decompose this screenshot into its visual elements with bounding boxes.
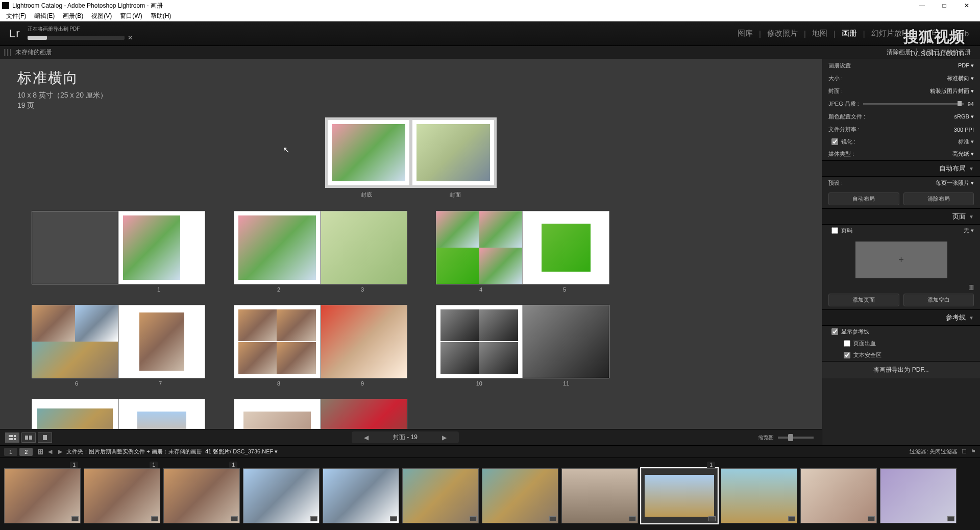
page-section[interactable]: 页面▼ [822, 208, 980, 225]
panel-grip-icon[interactable] [4, 49, 11, 56]
page-4[interactable] [436, 211, 522, 284]
preset-select[interactable]: 每页一张照片 ▾ [936, 179, 974, 187]
module-print[interactable]: 打印 [922, 29, 941, 38]
page-1[interactable] [119, 211, 205, 284]
progress-cancel-icon[interactable]: ✕ [128, 34, 133, 41]
front-cover[interactable] [412, 120, 494, 185]
multi-page-view-button[interactable] [5, 432, 19, 443]
menu-window[interactable]: 窗口(W) [116, 12, 146, 20]
media-type-select[interactable]: 亮光纸 ▾ [952, 150, 974, 158]
window-tab-2[interactable]: 2 [19, 448, 33, 456]
menu-help[interactable]: 帮助(H) [146, 12, 176, 20]
single-page-view-button[interactable] [38, 432, 52, 443]
spread-14-15[interactable] [234, 399, 407, 429]
add-blank-button[interactable]: 添加空白 [903, 294, 974, 306]
auto-layout-section[interactable]: 自动布局▼ [822, 160, 980, 177]
module-library[interactable]: 图库 [736, 29, 755, 38]
prev-page-button[interactable]: ◀ [360, 434, 373, 441]
cover-spread[interactable] [325, 117, 497, 188]
filter-select[interactable]: 关闭过滤器 [929, 448, 958, 455]
create-saved-book-button[interactable]: 创建已存储的画册 [917, 48, 976, 57]
menu-book[interactable]: 画册(B) [59, 12, 87, 20]
spread-8-9[interactable] [234, 305, 407, 378]
spread-view-button[interactable] [21, 432, 36, 443]
page-11[interactable] [523, 305, 609, 378]
page-10[interactable] [436, 305, 522, 378]
clear-book-button[interactable]: 清除画册 [881, 48, 916, 57]
filmstrip-thumb[interactable]: 1 [84, 468, 160, 523]
clear-layout-button[interactable]: 清除布局 [903, 192, 974, 205]
module-slideshow[interactable]: 幻灯片放映 [869, 29, 912, 38]
cover-select[interactable]: 精装版图片封面 ▾ [930, 87, 974, 95]
spread-0-1[interactable] [32, 211, 205, 284]
filmstrip-thumb[interactable] [402, 468, 479, 523]
module-web[interactable]: Web [951, 29, 971, 38]
source-path[interactable]: 文件夹：图片后期调整实例文件 + 画册：未存储的画册 41 张照片/ DSC_3… [66, 448, 278, 455]
color-profile-select[interactable]: sRGB ▾ [954, 113, 974, 120]
spread-2-3[interactable] [234, 211, 407, 284]
spread-6-7[interactable] [32, 305, 205, 378]
page-8[interactable] [234, 305, 320, 378]
filter-lock-icon[interactable]: ☐ [958, 448, 971, 455]
close-button[interactable]: ✕ [955, 0, 978, 11]
spread-12-13[interactable] [32, 399, 205, 429]
menu-file[interactable]: 文件(F) [2, 12, 30, 20]
maximize-button[interactable]: □ [933, 0, 955, 11]
jpeg-quality-slider[interactable] [863, 103, 964, 105]
page-15[interactable] [321, 399, 407, 429]
layout-picker-icon[interactable]: ▥ [968, 283, 974, 291]
filmstrip-thumb[interactable] [721, 468, 797, 523]
thumbnail-size-slider[interactable] [778, 437, 814, 439]
filmstrip-thumb[interactable] [323, 468, 399, 523]
page-5[interactable] [523, 211, 609, 284]
page-number-checkbox[interactable] [831, 227, 838, 234]
export-pdf-button[interactable]: 将画册导出为 PDF... [822, 361, 980, 378]
page-14[interactable] [234, 399, 320, 429]
filmstrip-thumb[interactable]: 1 [641, 468, 718, 523]
module-book[interactable]: 画册 [840, 29, 859, 38]
minimize-button[interactable]: — [911, 0, 933, 11]
menu-view[interactable]: 视图(V) [87, 12, 116, 20]
page-12[interactable] [32, 399, 118, 429]
page-blank[interactable] [32, 211, 118, 284]
export-format-row[interactable]: 画册设置PDF ▾ [822, 59, 980, 72]
page-3[interactable] [321, 211, 407, 284]
page-2[interactable] [234, 211, 320, 284]
auto-layout-button[interactable]: 自动布局 [828, 192, 899, 205]
module-map[interactable]: 地图 [810, 29, 829, 38]
page-layout-preview[interactable]: + [855, 242, 947, 278]
chevron-left-icon[interactable]: ◀ [46, 448, 54, 455]
size-select[interactable]: 标准横向 ▾ [947, 75, 974, 82]
filmstrip-thumb[interactable] [880, 468, 957, 523]
module-develop[interactable]: 修改照片 [765, 29, 800, 38]
filmstrip-thumb[interactable] [800, 468, 877, 523]
next-page-button[interactable]: ▶ [438, 434, 451, 441]
show-guides-checkbox[interactable] [831, 328, 838, 335]
bleed-checkbox[interactable] [844, 340, 850, 347]
filter-flag-icon[interactable]: ⚑ [971, 448, 976, 455]
add-page-button[interactable]: 添加页面 [828, 294, 899, 306]
menu-edit[interactable]: 编辑(E) [30, 12, 59, 20]
filmstrip[interactable]: 1 1 1 1 [0, 457, 980, 530]
spread-10-11[interactable] [436, 305, 609, 378]
back-cover[interactable] [328, 120, 409, 185]
guides-section[interactable]: 参考线▼ [822, 309, 980, 326]
resolution-value[interactable]: 300 PPI [954, 127, 974, 133]
page-7[interactable] [119, 305, 205, 378]
spreads-viewport[interactable]: 封底 封面 1 23 [0, 110, 822, 429]
sharpen-select[interactable]: 标准 ▾ [958, 138, 974, 146]
page-13[interactable] [119, 399, 205, 429]
window-tab-1[interactable]: 1 [4, 448, 17, 456]
sharpen-checkbox[interactable] [831, 138, 838, 145]
filmstrip-thumb[interactable]: 1 [4, 468, 81, 523]
page-9[interactable] [321, 305, 407, 378]
page-number-type[interactable]: 无 ▾ [964, 227, 974, 234]
chevron-right-icon[interactable]: ▶ [54, 448, 66, 455]
filmstrip-thumb[interactable] [561, 468, 638, 523]
page-6[interactable] [32, 305, 118, 378]
spread-4-5[interactable] [436, 211, 609, 284]
filmstrip-thumb[interactable]: 1 [163, 468, 240, 523]
grid-icon[interactable] [38, 449, 43, 454]
text-safe-checkbox[interactable] [844, 352, 850, 358]
filmstrip-thumb[interactable] [482, 468, 558, 523]
